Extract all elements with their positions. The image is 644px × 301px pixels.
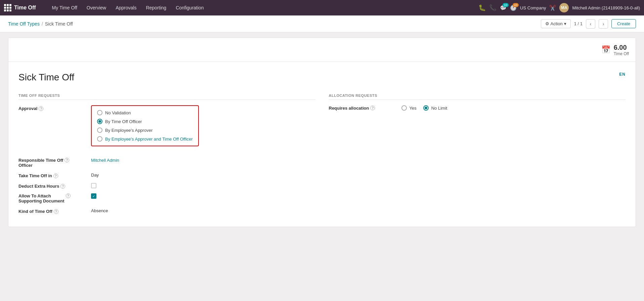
create-button[interactable]: Create	[611, 19, 636, 28]
radio-yes[interactable]: Yes	[401, 105, 417, 111]
nav-approvals[interactable]: Approvals	[112, 3, 140, 12]
kind-help-icon[interactable]: ?	[54, 209, 58, 214]
time-off-section-title: TIME OFF REQUESTS	[18, 93, 315, 100]
breadcrumb-current: Sick Time Off	[45, 21, 73, 27]
form-card: 📅 6.00 Time Off Sick Time Off EN TIME OF…	[8, 38, 636, 227]
form-title-row: Sick Time Off EN	[18, 72, 626, 85]
nav-overview[interactable]: Overview	[83, 3, 110, 12]
radio-yes-label: Yes	[410, 106, 417, 111]
radio-by-both-label: By Employee's Approver and Time Off Offi…	[105, 137, 193, 142]
calendar-icon: 📅	[601, 45, 610, 54]
allow-attach-row: Allow To AttachSupporting Document ?	[18, 193, 315, 203]
radio-employees-approver-circle	[97, 127, 102, 133]
company-name: US Company	[520, 5, 546, 10]
approval-field-row: Approval ? No Validation	[18, 105, 315, 153]
deduct-extra-hours-checkbox[interactable]	[91, 183, 96, 188]
clock-badge: 43	[513, 3, 519, 7]
clock-icon[interactable]: 🕐 43	[510, 5, 517, 11]
card-header-strip: 📅 6.00 Time Off	[8, 38, 636, 62]
main-content: 📅 6.00 Time Off Sick Time Off EN TIME OF…	[0, 32, 644, 301]
chat-badge: 10	[503, 3, 509, 7]
lang-badge[interactable]: EN	[619, 72, 626, 77]
kind-of-time-off-value: Absence	[91, 208, 315, 213]
chevron-down-icon: ▾	[564, 21, 566, 26]
calendar-badge[interactable]: 📅 6.00 Time Off	[601, 43, 629, 56]
radio-no-validation[interactable]: No Validation	[97, 110, 193, 115]
responsible-label: Responsible Time OffOfficer ?	[18, 158, 86, 168]
user-avatar[interactable]: MA	[559, 3, 569, 12]
approval-help-icon[interactable]: ?	[39, 106, 43, 111]
form-title: Sick Time Off	[18, 72, 74, 83]
breadcrumb-actions: ⚙ Action ▾ 1 / 1 ‹ › Create	[541, 19, 636, 29]
requires-allocation-label: Requires allocation ?	[329, 106, 396, 111]
radio-by-both[interactable]: By Employee's Approver and Time Off Offi…	[97, 136, 193, 142]
deduct-extra-hours-label: Deduct Extra Hours ?	[18, 183, 86, 189]
responsible-value[interactable]: Mitchell Admin	[91, 158, 315, 163]
top-navigation: Time Off My Time Off Overview Approvals …	[0, 0, 644, 15]
requires-alloc-help-icon[interactable]: ?	[370, 106, 375, 110]
nav-configuration[interactable]: Configuration	[172, 3, 208, 12]
time-off-requests-col: TIME OFF REQUESTS Approval ? No Validati…	[18, 93, 315, 219]
next-button[interactable]: ›	[599, 19, 608, 29]
nav-links: My Time Off Overview Approvals Reporting…	[48, 3, 208, 12]
take-time-off-row: Take Time Off in ? Day	[18, 173, 315, 178]
cal-number: 6.00	[614, 43, 629, 51]
breadcrumb-bar: Time Off Types / Sick Time Off ⚙ Action …	[0, 15, 644, 32]
breadcrumb-separator: /	[42, 21, 43, 27]
radio-employees-approver-label: By Employee's Approver	[105, 128, 153, 133]
deduct-help-icon[interactable]: ?	[60, 184, 65, 189]
take-time-off-value: Day	[91, 173, 315, 178]
action-button[interactable]: ⚙ Action ▾	[541, 19, 571, 28]
responsible-help-icon[interactable]: ?	[65, 158, 69, 162]
form-columns: TIME OFF REQUESTS Approval ? No Validati…	[18, 93, 626, 219]
take-time-off-label: Take Time Off in ?	[18, 173, 86, 178]
action-label: Action	[551, 21, 563, 26]
bug-icon[interactable]: 🐛	[478, 4, 486, 11]
settings-icon[interactable]: ✂️	[549, 5, 556, 11]
cal-label: Time Off	[614, 51, 629, 56]
radio-no-limit-circle	[423, 105, 429, 111]
deduct-extra-hours-row: Deduct Extra Hours ?	[18, 183, 315, 189]
breadcrumb-parent[interactable]: Time Off Types	[8, 21, 40, 27]
radio-no-validation-label: No Validation	[105, 110, 131, 115]
allow-attach-checkbox[interactable]	[91, 193, 96, 199]
allow-attach-label: Allow To AttachSupporting Document ?	[18, 193, 86, 203]
gear-icon: ⚙	[545, 21, 549, 26]
responsible-field-row: Responsible Time OffOfficer ? Mitchell A…	[18, 158, 315, 168]
topnav-right: 🐛 📞 💬 10 🕐 43 US Company ✂️ MA Mitchell …	[478, 3, 640, 12]
radio-time-off-officer-circle	[97, 119, 102, 124]
allocation-radio-group: Yes No Limit	[401, 105, 447, 111]
radio-no-limit-label: No Limit	[431, 106, 447, 111]
approval-radio-group: No Validation By Time Off Officer By Emp…	[97, 110, 193, 142]
form-area: Sick Time Off EN TIME OFF REQUESTS Appro…	[8, 62, 636, 227]
allocation-section-title: ALLOCATION REQUESTS	[329, 93, 626, 100]
allow-attach-help-icon[interactable]: ?	[66, 193, 71, 198]
prev-button[interactable]: ‹	[586, 19, 595, 29]
breadcrumb: Time Off Types / Sick Time Off	[8, 21, 73, 27]
app-logo[interactable]: Time Off	[4, 4, 43, 11]
approval-box: No Validation By Time Off Officer By Emp…	[91, 105, 199, 146]
pagination-info: 1 / 1	[574, 21, 583, 26]
nav-my-time-off[interactable]: My Time Off	[48, 3, 81, 12]
kind-of-time-off-label: Kind of Time Off ?	[18, 208, 86, 214]
radio-no-limit[interactable]: No Limit	[423, 105, 447, 111]
allocation-requests-col: ALLOCATION REQUESTS Requires allocation …	[329, 93, 626, 219]
phone-icon[interactable]: 📞	[489, 4, 497, 11]
nav-reporting[interactable]: Reporting	[142, 3, 170, 12]
radio-yes-circle	[401, 105, 407, 111]
chat-icon[interactable]: 💬 10	[500, 5, 507, 11]
kind-of-time-off-row: Kind of Time Off ? Absence	[18, 208, 315, 214]
grid-icon	[4, 4, 11, 11]
radio-by-time-off-officer[interactable]: By Time Off Officer	[97, 119, 193, 124]
radio-no-validation-circle	[97, 110, 102, 115]
requires-allocation-row: Requires allocation ? Yes No Limit	[329, 105, 626, 111]
take-time-off-help-icon[interactable]: ?	[53, 174, 58, 178]
app-title: Time Off	[14, 5, 36, 11]
radio-time-off-officer-label: By Time Off Officer	[105, 119, 142, 124]
username: Mitchell Admin (21418909-16-0-all)	[572, 5, 640, 10]
radio-by-both-circle	[97, 136, 102, 142]
radio-by-employees-approver[interactable]: By Employee's Approver	[97, 127, 193, 133]
approval-label: Approval ?	[18, 105, 86, 111]
